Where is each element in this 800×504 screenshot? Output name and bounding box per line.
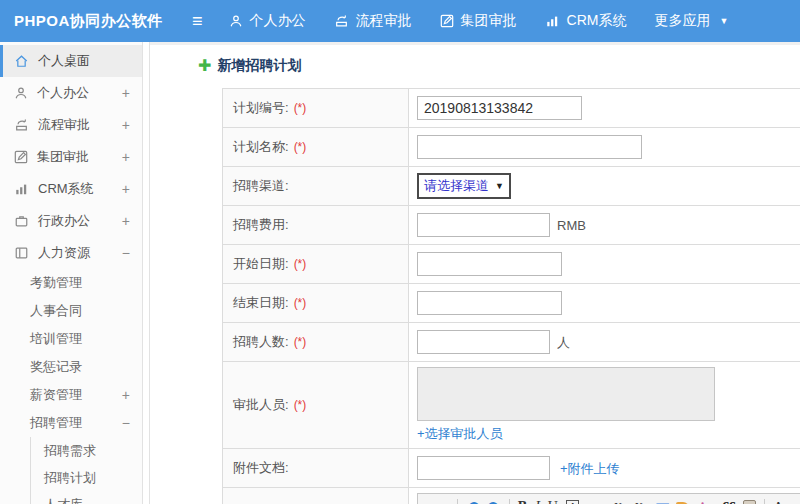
- required-mark: (*): [294, 140, 307, 154]
- subscript-x: X: [634, 500, 643, 504]
- nav-label: 集团审批: [461, 12, 517, 30]
- expand-icon[interactable]: −: [122, 245, 130, 261]
- expand-icon[interactable]: +: [122, 387, 130, 403]
- sidebar-item-training[interactable]: 培训管理: [0, 325, 142, 353]
- sidebar-item-talent-pool[interactable]: 人才库: [31, 491, 142, 504]
- plus-icon: ✚: [198, 58, 211, 74]
- nav-more-apps[interactable]: 更多应用 ▼: [654, 12, 728, 30]
- sidebar-item-label: 培训管理: [30, 330, 82, 348]
- sidebar-item-recruitment[interactable]: 招聘管理 −: [0, 409, 142, 437]
- upload-attachment-link[interactable]: +附件上传: [560, 461, 620, 476]
- caret-down-icon: ▼: [495, 181, 504, 191]
- sidebar-item-label: 人力资源: [38, 244, 90, 262]
- end-date-input[interactable]: [417, 291, 562, 315]
- sidebar-item-recruit-demand[interactable]: 招聘需求: [31, 437, 142, 464]
- expand-icon[interactable]: +: [122, 117, 130, 133]
- sidebar-item-hr-contract[interactable]: 人事合同: [0, 297, 142, 325]
- table-row: 结束日期:(*): [223, 284, 800, 323]
- fee-input[interactable]: [417, 213, 550, 237]
- expand-icon[interactable]: +: [122, 213, 130, 229]
- sidebar-item-label: 招聘需求: [44, 442, 96, 460]
- required-mark: (*): [294, 296, 307, 310]
- home-icon: [14, 54, 29, 68]
- start-date-input[interactable]: [417, 252, 562, 276]
- toolbar-separator: [457, 499, 458, 504]
- format-painter-button[interactable]: ✻▾: [697, 500, 714, 504]
- paste-button[interactable]: T: [743, 500, 756, 504]
- sidebar-item-group-approval[interactable]: 集团审批 +: [0, 141, 142, 173]
- sidebar-item-salary[interactable]: 薪资管理 +: [0, 381, 142, 409]
- page-title-text: 新增招聘计划: [217, 57, 301, 75]
- top-header: PHPOA协同办公软件 ≡ 个人办公 流程审批 集团审批 CRM系统 更多应用 …: [0, 0, 800, 42]
- choose-approver-link[interactable]: +选择审批人员: [417, 425, 503, 443]
- sidebar-item-recruit-plan[interactable]: 招聘计划: [31, 464, 142, 491]
- table-row: 附件文档: +附件上传: [223, 449, 800, 488]
- nav-crm-system[interactable]: CRM系统: [545, 12, 627, 30]
- sidebar-item-rewards[interactable]: 奖惩记录: [0, 353, 142, 381]
- sidebar-item-label: 招聘管理: [30, 414, 82, 432]
- nav-workflow-approval[interactable]: 流程审批: [334, 12, 412, 30]
- top-nav: 个人办公 流程审批 集团审批 CRM系统 更多应用 ▼: [229, 12, 729, 30]
- sidebar-item-label: 招聘计划: [44, 469, 96, 487]
- sidebar-item-label: 考勤管理: [30, 274, 82, 292]
- recruit-plan-form: 计划编号:(*) 计划名称:(*) 招聘渠道: 请选择渠道 ▼ 招聘费用: RM…: [222, 88, 800, 504]
- toolbar-separator: [764, 499, 765, 504]
- sidebar-scrollbar-track[interactable]: [142, 42, 150, 504]
- nav-label: 更多应用: [654, 12, 710, 30]
- field-label: 附件文档:: [233, 460, 289, 475]
- app-brand: PHPOA协同办公软件: [0, 12, 192, 31]
- nav-personal-office[interactable]: 个人办公: [229, 12, 306, 30]
- app-layout: 个人桌面 个人办公 + 流程审批 + 集团审批 + CRM系统 + 行政办公 +: [0, 42, 800, 504]
- sidebar-item-admin-office[interactable]: 行政办公 +: [0, 205, 142, 237]
- sidebar-item-crm-system[interactable]: CRM系统 +: [0, 173, 142, 205]
- attachment-input[interactable]: [417, 456, 550, 480]
- required-mark: (*): [294, 335, 307, 349]
- sidebar-item-workflow-approval[interactable]: 流程审批 +: [0, 109, 142, 141]
- blockquote-button[interactable]: 66: [722, 499, 735, 504]
- field-label: 计划名称:: [233, 139, 289, 154]
- page-title: ✚ 新增招聘计划: [198, 57, 800, 75]
- sidebar-item-attendance[interactable]: 考勤管理: [0, 269, 142, 297]
- bar-chart-icon: [545, 14, 560, 28]
- sidebar-item-label: 集团审批: [37, 148, 89, 166]
- field-label: 招聘渠道:: [233, 178, 289, 193]
- rich-text-editor: HTML ↶ ↷ B I U A ABC X2 X2: [417, 493, 800, 504]
- plan-number-input[interactable]: [417, 96, 582, 120]
- font-color-button[interactable]: A▾: [773, 499, 790, 504]
- sidebar-item-human-resources[interactable]: 人力资源 −: [0, 237, 142, 269]
- hamburger-menu-icon[interactable]: ≡: [192, 12, 203, 30]
- table-row: 开始日期:(*): [223, 245, 800, 284]
- expand-icon[interactable]: +: [122, 149, 130, 165]
- expand-icon[interactable]: −: [122, 415, 130, 431]
- workflow-icon: [334, 14, 349, 28]
- bold-button[interactable]: B: [518, 499, 527, 504]
- channel-select[interactable]: 请选择渠道 ▼: [417, 173, 511, 199]
- person-icon: [229, 14, 243, 28]
- expand-icon[interactable]: +: [122, 181, 130, 197]
- sidebar-item-personal-desktop[interactable]: 个人桌面: [0, 45, 142, 77]
- underline-button[interactable]: U: [548, 499, 558, 504]
- sidebar-item-label: 人才库: [44, 496, 83, 504]
- table-row: 招聘人数:(*) 人: [223, 323, 800, 362]
- sidebar-item-label: 奖惩记录: [30, 358, 82, 376]
- sidebar-item-personal-office[interactable]: 个人办公 +: [0, 77, 142, 109]
- approver-textarea[interactable]: [417, 367, 715, 421]
- expand-icon[interactable]: +: [122, 85, 130, 101]
- caret-down-icon: ▼: [719, 16, 728, 26]
- undo-icon[interactable]: ↶: [466, 498, 479, 504]
- italic-button[interactable]: I: [535, 499, 540, 504]
- field-label: 计划编号:: [233, 100, 289, 115]
- recruitment-submenu: 招聘需求 招聘计划 人才库: [30, 437, 142, 504]
- sidebar-item-label: 人事合同: [30, 302, 82, 320]
- border-text-button[interactable]: A: [566, 500, 579, 504]
- superscript-button[interactable]: X2: [614, 500, 627, 504]
- subscript-button[interactable]: X2: [634, 500, 647, 504]
- sidebar: 个人桌面 个人办公 + 流程审批 + 集团审批 + CRM系统 + 行政办公 +: [0, 42, 142, 504]
- painter-icon: ✻: [697, 500, 708, 504]
- redo-icon[interactable]: ↷: [487, 498, 500, 504]
- plan-name-input[interactable]: [417, 135, 642, 159]
- headcount-input[interactable]: [417, 330, 550, 354]
- nav-group-approval[interactable]: 集团审批: [440, 12, 517, 30]
- table-row: 招聘渠道: 请选择渠道 ▼: [223, 167, 800, 206]
- edit-square-icon: [440, 14, 454, 28]
